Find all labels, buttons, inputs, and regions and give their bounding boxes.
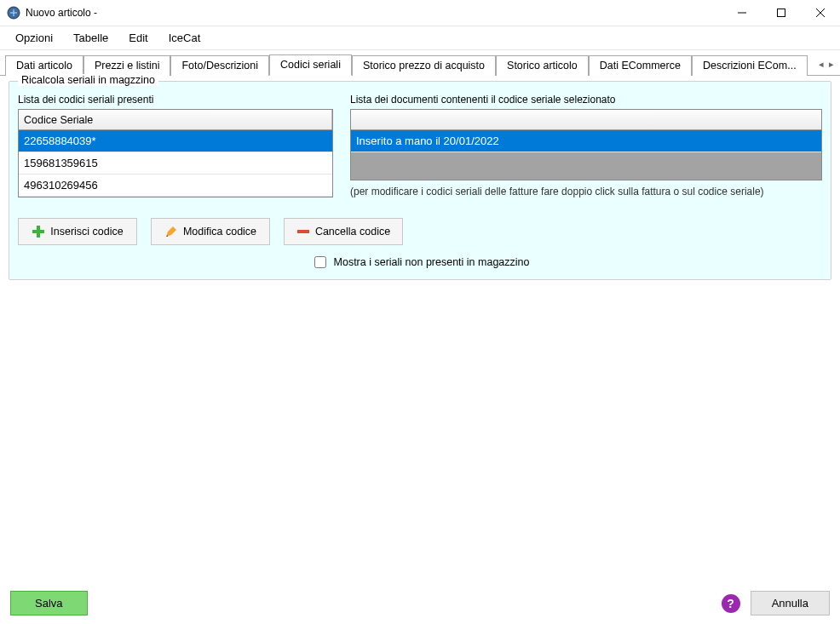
- app-icon: [7, 6, 20, 20]
- seriali-col-header[interactable]: Codice Seriale: [19, 110, 332, 129]
- svg-rect-2: [778, 9, 785, 17]
- documenti-list-label: Lista dei documenti contenenti il codice…: [350, 94, 822, 106]
- seriali-row[interactable]: 159681359615: [19, 152, 332, 175]
- documenti-column: Lista dei documenti contenenti il codice…: [350, 94, 822, 198]
- menu-icecat[interactable]: IceCat: [158, 28, 211, 48]
- mostra-seriali-label: Mostra i seriali non presenti in magazzi…: [334, 256, 530, 268]
- help-icon[interactable]: ?: [722, 594, 740, 613]
- menu-bar: Opzioni Tabelle Edit IceCat: [0, 26, 840, 49]
- documenti-row[interactable]: Inserito a mano il 20/01/2022: [351, 130, 821, 152]
- tab-prezzi-listini[interactable]: Prezzi e listini: [83, 55, 170, 76]
- window-title: Nuovo articolo -: [26, 7, 722, 19]
- tab-dati-ecommerce[interactable]: Dati ECommerce: [589, 55, 692, 76]
- close-button[interactable]: [801, 0, 840, 26]
- documenti-col-header: [351, 110, 821, 129]
- mostra-seriali-checkbox[interactable]: [314, 256, 326, 268]
- seriali-grid-header: Codice Seriale: [19, 110, 332, 130]
- seriali-row[interactable]: 496310269456: [19, 175, 332, 197]
- annulla-button[interactable]: Annulla: [751, 591, 830, 615]
- documenti-grid-header: [351, 110, 821, 130]
- ricalcola-groupbox: Ricalcola seriali in magzzino Lista dei …: [9, 81, 831, 280]
- checkbox-row: Mostra i seriali non presenti in magazzi…: [18, 254, 822, 271]
- seriali-column: Lista dei codici seriali presenti Codice…: [18, 94, 333, 198]
- seriali-grid[interactable]: Codice Seriale 22658884039* 159681359615…: [18, 109, 333, 198]
- seriali-list-label: Lista dei codici seriali presenti: [18, 94, 333, 106]
- salva-button[interactable]: Salva: [10, 591, 88, 615]
- minimize-button[interactable]: [722, 0, 762, 26]
- tab-storico-prezzo[interactable]: Storico prezzo di acquisto: [352, 55, 496, 76]
- groupbox-title: Ricalcola seriali in magzzino: [18, 74, 158, 86]
- tab-foto-descrizioni[interactable]: Foto/Descrizioni: [170, 55, 269, 76]
- cancella-codice-label: Cancella codice: [315, 226, 390, 238]
- svg-rect-6: [32, 230, 44, 233]
- seriali-row[interactable]: 22658884039*: [19, 130, 332, 152]
- tab-scroll-right-icon[interactable]: ▸: [826, 59, 837, 70]
- tab-codici-seriali[interactable]: Codici seriali: [269, 54, 352, 76]
- title-bar: Nuovo articolo -: [0, 0, 840, 26]
- tab-storico-articolo[interactable]: Storico articolo: [496, 55, 589, 76]
- tab-descrizioni-ecom[interactable]: Descrizioni ECom...: [692, 55, 808, 76]
- menu-edit[interactable]: Edit: [118, 28, 158, 48]
- inserisci-codice-label: Inserisci codice: [50, 226, 123, 238]
- modifica-codice-button[interactable]: Modifica codice: [151, 218, 270, 245]
- pencil-icon: [164, 225, 178, 238]
- inserisci-codice-button[interactable]: Inserisci codice: [18, 218, 137, 245]
- svg-rect-9: [297, 230, 309, 233]
- tab-dati-articolo[interactable]: Dati articolo: [5, 55, 83, 76]
- plus-icon: [32, 225, 45, 238]
- minus-icon: [296, 225, 310, 238]
- tab-panel: Ricalcola seriali in magzzino Lista dei …: [0, 76, 840, 289]
- tab-nav: ◂ ▸: [816, 54, 840, 75]
- footer: Salva ? Annulla: [0, 582, 840, 624]
- documenti-hint: (per modificare i codici seriali delle f…: [350, 186, 822, 198]
- modifica-codice-label: Modifica codice: [183, 226, 256, 238]
- menu-tabelle[interactable]: Tabelle: [63, 28, 118, 48]
- action-row: Inserisci codice Modifica codice Cancell…: [18, 218, 822, 245]
- maximize-button[interactable]: [762, 0, 801, 26]
- tab-scroll-left-icon[interactable]: ◂: [816, 59, 826, 70]
- window-buttons: [722, 0, 840, 26]
- tab-strip: Dati articolo Prezzi e listini Foto/Desc…: [0, 54, 840, 76]
- content-area: Dati articolo Prezzi e listini Foto/Desc…: [0, 49, 840, 289]
- cancella-codice-button[interactable]: Cancella codice: [284, 218, 403, 245]
- menu-opzioni[interactable]: Opzioni: [5, 28, 63, 48]
- documenti-grid[interactable]: Inserito a mano il 20/01/2022: [350, 109, 822, 180]
